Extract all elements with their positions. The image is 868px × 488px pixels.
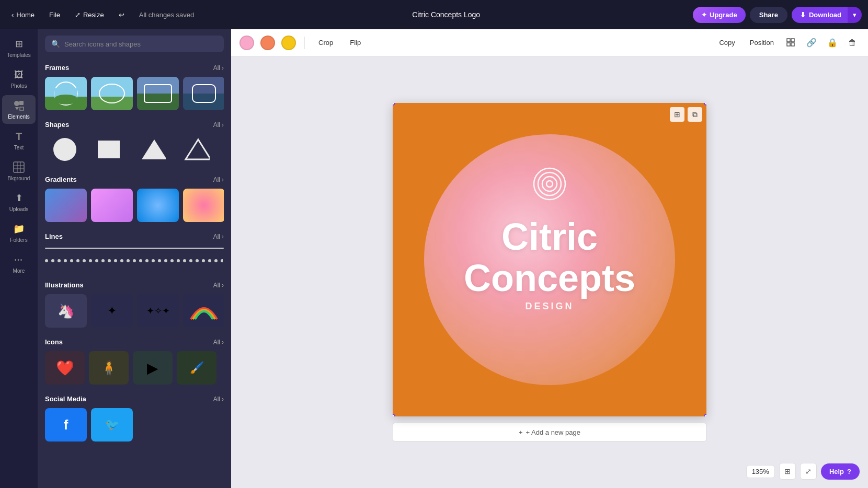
social-grid: f 🐦 (45, 408, 224, 441)
gradient-pink-purple[interactable] (91, 189, 133, 222)
search-icon: 🔍 (51, 40, 60, 48)
frames-all-link[interactable]: All › (213, 64, 224, 72)
flip-button[interactable]: Flip (345, 36, 366, 50)
gradients-header: Gradients All › (45, 176, 224, 183)
shape-rectangle[interactable] (89, 134, 129, 165)
download-icon: ⬇ (800, 11, 806, 19)
frame-item[interactable] (91, 77, 133, 110)
illustrations-header: Illustrations All › (45, 281, 224, 289)
sidebar-item-elements[interactable]: Elements (2, 95, 36, 124)
gradients-all-link[interactable]: All › (213, 176, 224, 183)
fullscreen-button[interactable]: ⤢ (800, 463, 817, 480)
frame-item[interactable] (137, 77, 179, 110)
sidebar-item-uploads[interactable]: ⬆ Uploads (2, 188, 36, 216)
chevron-right-icon: › (222, 64, 224, 72)
help-icon: ? (847, 468, 851, 475)
folders-icon: 📁 (13, 223, 25, 235)
gradients-title: Gradients (45, 176, 77, 183)
line-dotted[interactable] (45, 257, 224, 264)
upgrade-button[interactable]: ✦ Upgrade (693, 7, 746, 23)
svg-point-34 (133, 259, 136, 262)
left-sidebar: ⊞ Templates 🖼 Photos Elements T Text (0, 29, 38, 488)
saved-status: All changes saved (134, 8, 200, 22)
shape-triangle-outline[interactable] (177, 134, 216, 165)
undo-button[interactable]: ↩ (113, 8, 130, 22)
chevron-left-icon: ‹ (12, 11, 14, 19)
selection-handle-tr[interactable] (704, 103, 706, 106)
position-button[interactable]: Position (745, 36, 779, 50)
svg-point-12 (54, 95, 77, 103)
illustrations-all-link[interactable]: All › (213, 282, 224, 289)
illustration-rainbow[interactable] (183, 294, 224, 328)
social-twitter[interactable]: 🐦 (91, 408, 133, 441)
sidebar-item-more[interactable]: ••• More (2, 249, 36, 278)
canvas-copy-icon[interactable]: ⧉ (688, 107, 702, 122)
grid-icon-button[interactable] (783, 35, 799, 51)
icons-grid: ❤️ 🧍 ▶ 🖌️ (45, 351, 224, 385)
icon-play[interactable]: ▶ (133, 351, 173, 385)
illustration-unicorn[interactable]: 🦄 (45, 294, 87, 328)
illustrations-section: Illustrations All › 🦄 ✦ ✦✧✦ (38, 276, 231, 333)
icon-brush[interactable]: 🖌️ (177, 351, 216, 385)
canvas-expand-icon[interactable]: ⊞ (670, 107, 684, 122)
file-menu-button[interactable]: File (44, 8, 65, 22)
help-button[interactable]: Help ? (821, 463, 860, 480)
icon-heartbeat[interactable]: ❤️ (45, 351, 85, 385)
color-swatch-pink[interactable] (239, 36, 254, 50)
resize-button[interactable]: ⤢ Resize (70, 8, 109, 22)
illustration-stars[interactable]: ✦✧✦ (137, 294, 179, 328)
social-media-header: Social Media All › (45, 395, 224, 403)
delete-icon-button[interactable]: 🗑 (845, 35, 860, 51)
link-icon-button[interactable]: 🔗 (803, 34, 820, 51)
sidebar-item-background[interactable]: Bkground (2, 157, 36, 185)
sidebar-item-text[interactable]: T Text (2, 126, 36, 155)
svg-point-44 (196, 259, 199, 262)
color-swatch-orange[interactable] (260, 36, 275, 50)
canvas-wrapper[interactable]: Citric Concepts DESIGN ↻ ⊞ ⧉ (231, 56, 868, 488)
gradients-grid (45, 189, 224, 222)
svg-rect-1 (19, 101, 24, 105)
main-area: ⊞ Templates 🖼 Photos Elements T Text (0, 29, 868, 488)
svg-point-54 (538, 172, 561, 195)
lines-all-link[interactable]: All › (213, 233, 224, 240)
svg-rect-50 (791, 39, 794, 42)
sidebar-item-photos[interactable]: 🖼 Photos (2, 64, 36, 93)
shape-circle[interactable] (45, 134, 85, 165)
line-solid[interactable] (45, 246, 224, 251)
copy-button[interactable]: Copy (714, 36, 740, 50)
frame-item[interactable] (183, 77, 224, 110)
lock-icon-button[interactable]: 🔒 (824, 34, 841, 51)
selection-handle-bl[interactable] (393, 414, 395, 416)
svg-point-38 (158, 259, 161, 262)
gradient-pink-yellow[interactable] (183, 189, 224, 222)
illustration-sparkle[interactable]: ✦ (91, 294, 133, 328)
color-swatch-yellow[interactable] (281, 36, 296, 50)
search-input[interactable] (64, 40, 218, 48)
shapes-all-link[interactable]: All › (213, 121, 224, 129)
svg-point-16 (53, 138, 76, 161)
social-media-all-link[interactable]: All › (213, 396, 224, 403)
add-page-button[interactable]: + + Add a new page (393, 423, 706, 441)
canvas-page[interactable]: Citric Concepts DESIGN ↻ ⊞ ⧉ (393, 103, 706, 416)
share-button[interactable]: Share (750, 7, 787, 23)
gradient-blue-circle[interactable] (137, 189, 179, 222)
icon-person[interactable]: 🧍 (89, 351, 129, 385)
selection-handle-tl[interactable] (393, 103, 395, 106)
sidebar-item-folders[interactable]: 📁 Folders (2, 218, 36, 247)
download-chevron-button[interactable]: ▾ (848, 7, 862, 23)
crop-button[interactable]: Crop (313, 36, 338, 50)
social-facebook[interactable]: f (45, 408, 87, 441)
selection-handle-br[interactable] (704, 414, 706, 416)
plus-icon: + (519, 428, 523, 436)
svg-point-25 (76, 259, 79, 262)
icons-all-link[interactable]: All › (213, 339, 224, 346)
gradient-blue-purple[interactable] (45, 189, 87, 222)
sidebar-item-templates[interactable]: ⊞ Templates (2, 33, 36, 62)
download-button[interactable]: ⬇ Download (792, 7, 850, 23)
shape-triangle-right[interactable] (133, 134, 173, 165)
frame-item[interactable] (45, 77, 87, 110)
home-button[interactable]: ‹ Home (6, 8, 40, 22)
zoom-level: 135% (746, 465, 775, 478)
grid-view-button[interactable]: ⊞ (779, 463, 796, 480)
templates-icon: ⊞ (13, 38, 25, 50)
